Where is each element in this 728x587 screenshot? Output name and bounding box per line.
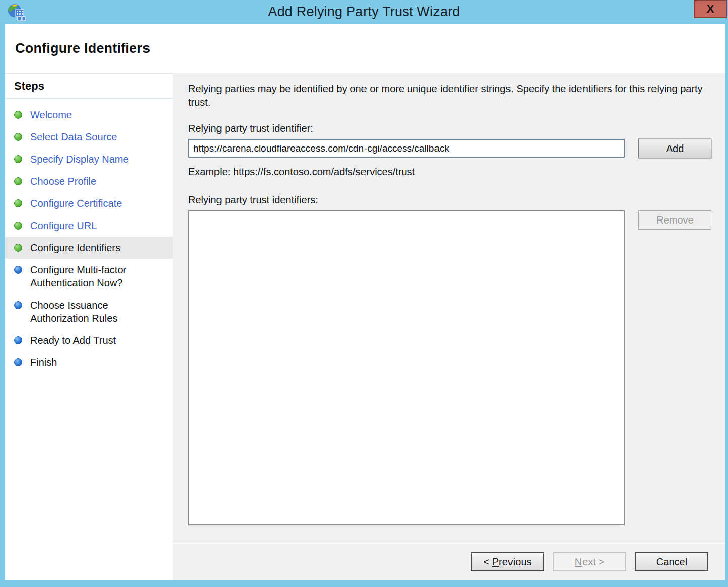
add-button[interactable]: Add <box>638 139 711 158</box>
step-status-bullet-icon <box>14 222 22 230</box>
identifiers-list-label: Relying party trust identifiers: <box>188 194 711 206</box>
close-icon: X <box>707 4 714 15</box>
window-title: Add Relying Party Trust Wizard <box>268 4 460 20</box>
main-panel: Relying parties may be identified by one… <box>173 73 725 580</box>
identifier-input[interactable] <box>188 139 625 158</box>
step-label: Select Data Source <box>30 130 117 143</box>
wizard-window: Add Relying Party Trust Wizard X Configu… <box>0 0 728 587</box>
step-status-bullet-icon <box>14 358 22 366</box>
adfs-app-icon <box>7 4 26 22</box>
sidebar-step-configure-certificate: Configure Certificate <box>5 192 173 214</box>
sidebar-step-select-data-source: Select Data Source <box>5 126 173 148</box>
step-label: Choose Profile <box>30 175 96 188</box>
step-label: Configure Identifiers <box>30 241 120 254</box>
page-header: Configure Identifiers <box>5 24 725 73</box>
step-label: Configure URL <box>30 219 97 232</box>
sidebar-step-configure-multi-factor-authentication-now: Configure Multi-factor Authentication No… <box>5 259 173 294</box>
step-status-bullet-icon <box>14 155 22 163</box>
sidebar-step-configure-url: Configure URL <box>5 214 173 237</box>
step-label: Configure Certificate <box>30 197 122 210</box>
step-status-bullet-icon <box>14 266 22 274</box>
sidebar-step-configure-identifiers: Configure Identifiers <box>5 237 173 259</box>
page-description: Relying parties may be identified by one… <box>188 82 707 109</box>
sidebar-step-finish: Finish <box>5 351 173 374</box>
remove-button[interactable]: Remove <box>638 210 711 230</box>
window-frame: Configure Identifiers Steps Welcome Sele… <box>0 24 728 587</box>
identifier-field-label: Relying party trust identifier: <box>188 123 711 134</box>
step-label: Finish <box>30 356 57 369</box>
title-bar[interactable]: Add Relying Party Trust Wizard X <box>0 0 728 24</box>
step-status-bullet-icon <box>14 199 22 207</box>
step-status-bullet-icon <box>14 111 22 119</box>
step-status-bullet-icon <box>14 244 22 252</box>
step-label: Specify Display Name <box>30 153 129 166</box>
previous-button[interactable]: < Previous <box>471 552 544 571</box>
steps-list: Welcome Select Data Source Specify Displ… <box>5 104 173 374</box>
sidebar-step-ready-to-add-trust: Ready to Add Trust <box>5 329 173 351</box>
step-label: Ready to Add Trust <box>30 334 116 347</box>
step-status-bullet-icon <box>14 133 22 141</box>
identifier-input-row: Add <box>188 139 711 158</box>
sidebar-step-specify-display-name: Specify Display Name <box>5 148 173 170</box>
page-title: Configure Identifiers <box>15 41 150 56</box>
close-button[interactable]: X <box>694 0 727 18</box>
identifiers-list-row: Remove <box>188 210 711 525</box>
steps-sidebar: Steps Welcome Select Data Source Specify… <box>5 73 173 580</box>
step-status-bullet-icon <box>14 336 22 344</box>
next-button[interactable]: Next > <box>553 552 626 571</box>
footer-bar: < Previous Next > Cancel <box>173 542 725 580</box>
example-text: Example: https://fs.contoso.com/adfs/ser… <box>188 166 711 178</box>
sidebar-step-choose-issuance-authorization-rules: Choose Issuance Authorization Rules <box>5 294 173 329</box>
step-label: Welcome <box>30 108 72 121</box>
main-content: Relying parties may be identified by one… <box>173 73 725 542</box>
sidebar-step-choose-profile: Choose Profile <box>5 170 173 192</box>
sidebar-step-welcome: Welcome <box>5 104 173 126</box>
identifiers-listbox[interactable] <box>188 210 625 525</box>
steps-heading: Steps <box>5 74 173 99</box>
step-label: Choose Issuance Authorization Rules <box>30 299 169 325</box>
cancel-button[interactable]: Cancel <box>635 552 708 571</box>
step-status-bullet-icon <box>14 177 22 185</box>
step-status-bullet-icon <box>14 301 22 309</box>
step-label: Configure Multi-factor Authentication No… <box>30 263 169 289</box>
